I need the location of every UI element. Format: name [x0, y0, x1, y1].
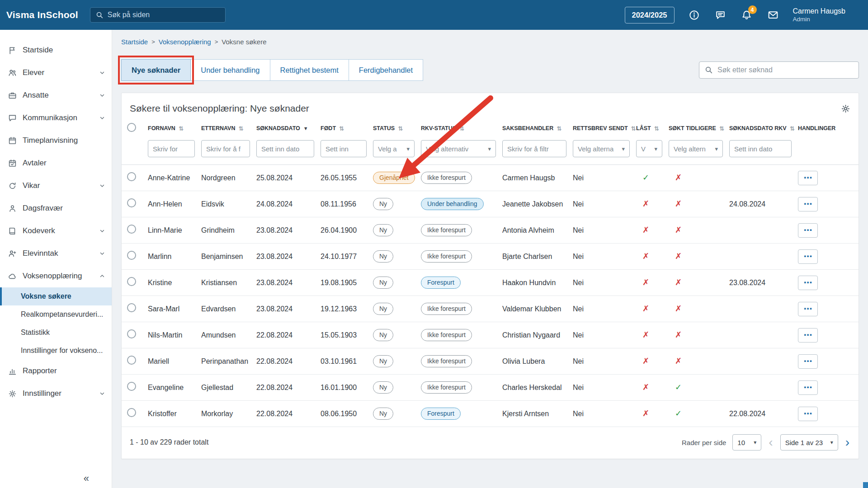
- row-checkbox[interactable]: [127, 329, 136, 338]
- column-header-fornavn[interactable]: FORNAVN⇅: [148, 125, 201, 132]
- filter-sokt-tidligere-select[interactable]: Velg altern▾: [669, 140, 723, 157]
- column-header-soknadsdato-rkv[interactable]: SØKNADSDATO RKV⇅: [729, 125, 798, 132]
- filter-soknadsdato-input[interactable]: [256, 140, 314, 157]
- tab-nye-soknader[interactable]: Nye søknader: [121, 59, 191, 81]
- sidebar-item-voksenopplaering[interactable]: Voksenopplæring: [0, 265, 112, 287]
- filter-status-select[interactable]: Velg a▾: [373, 140, 415, 157]
- cell-sokt-tidligere: ✗: [669, 356, 729, 366]
- tab-ferdigbehandlet[interactable]: Ferdigbehandlet: [349, 59, 423, 81]
- sidebar-item-startside[interactable]: Startside: [0, 39, 112, 61]
- filter-fornavn-input[interactable]: [148, 140, 195, 157]
- cell-sokt-tidligere: ✗: [669, 199, 729, 209]
- cell-sokt-tidligere: ✗: [669, 251, 729, 262]
- sidebar-collapse-button[interactable]: «: [84, 473, 89, 484]
- breadcrumb-link-startside[interactable]: Startside: [121, 38, 148, 46]
- row-actions-button[interactable]: ⋯: [798, 302, 818, 316]
- column-header-soknadsdato[interactable]: SØKNADSDATO▼: [256, 125, 321, 131]
- info-icon[interactable]: [688, 9, 701, 21]
- filter-etternavn-input[interactable]: [201, 140, 250, 157]
- sidebar-item-statistikk[interactable]: Statistikk: [0, 324, 112, 342]
- mail-icon[interactable]: [767, 9, 779, 21]
- tab-rettighet-bestemt[interactable]: Rettighet bestemt: [270, 59, 349, 81]
- cell-saksbehandler: Christian Nygaard: [502, 331, 573, 340]
- topbar: Visma InSchool 2024/2025 4 Carmen Haugsb…: [0, 0, 868, 30]
- sidebar-item-realkompetansevurdering[interactable]: Realkompetansevurderi...: [0, 305, 112, 324]
- column-header-saksbehandler[interactable]: SAKSBEHANDLER⇅: [502, 125, 573, 132]
- row-checkbox[interactable]: [127, 225, 136, 234]
- table-settings-gear-icon[interactable]: [841, 104, 850, 113]
- breadcrumb-link-voksenopplaering[interactable]: Voksenopplæring: [159, 38, 211, 46]
- cell-rkv-status: Ikke forespurt: [421, 224, 502, 237]
- sidebar-item-vikar[interactable]: Vikar: [0, 174, 112, 197]
- sidebar-item-elever[interactable]: Elever: [0, 61, 112, 84]
- sidebar-item-kodeverk[interactable]: Kodeverk: [0, 220, 112, 242]
- cell-rkv-status: Forespurt: [421, 408, 502, 420]
- filter-rkv-status-select[interactable]: Velg alternativ▾: [421, 140, 496, 157]
- column-header-status[interactable]: STATUS⇅: [373, 125, 421, 132]
- dropdown-icon: ▾: [830, 439, 833, 446]
- row-checkbox[interactable]: [127, 408, 136, 417]
- rows-per-page-select[interactable]: 10 ▾: [732, 434, 761, 450]
- school-year-button[interactable]: 2024/2025: [625, 7, 675, 23]
- row-actions-button[interactable]: ⋯: [798, 276, 818, 290]
- global-search[interactable]: [90, 7, 226, 23]
- filter-last-select[interactable]: V▾: [636, 140, 662, 157]
- row-checkbox[interactable]: [127, 198, 136, 207]
- row-actions-button[interactable]: ⋯: [798, 249, 818, 264]
- row-checkbox[interactable]: [127, 356, 136, 365]
- application-search-input[interactable]: [717, 66, 853, 74]
- user-menu[interactable]: Carmen Haugsb Admin: [793, 7, 858, 23]
- sidebar-item-kommunikasjon[interactable]: Kommunikasjon: [0, 107, 112, 129]
- sidebar-item-rapporter[interactable]: Rapporter: [0, 360, 112, 382]
- previous-page-button[interactable]: ‹: [768, 436, 774, 449]
- row-checkbox[interactable]: [127, 172, 136, 181]
- row-actions-button[interactable]: ⋯: [798, 171, 818, 185]
- sidebar-item-timeplanvisning[interactable]: Timeplanvisning: [0, 129, 112, 152]
- filter-saksbehandler-input[interactable]: [502, 140, 566, 157]
- sidebar-item-innstillinger[interactable]: Innstillinger: [0, 382, 112, 405]
- row-checkbox[interactable]: [127, 251, 136, 260]
- row-checkbox[interactable]: [127, 277, 136, 286]
- column-header-rkv-status[interactable]: RKV-STATUS⇅: [421, 125, 502, 132]
- application-search[interactable]: [699, 61, 859, 79]
- column-header-fodt[interactable]: FØDT⇅: [321, 125, 373, 132]
- column-header-last[interactable]: LÅST⇅: [636, 125, 669, 132]
- status-badge: Ny: [373, 303, 393, 315]
- applied-before-mark: ✗: [669, 304, 682, 313]
- row-actions-button[interactable]: ⋯: [798, 197, 818, 211]
- row-actions-button[interactable]: ⋯: [798, 380, 818, 395]
- row-actions-button[interactable]: ⋯: [798, 354, 818, 369]
- sidebar-item-avtaler[interactable]: Avtaler: [0, 152, 112, 174]
- row-actions-button[interactable]: ⋯: [798, 328, 818, 343]
- cell-last: ✗: [636, 199, 669, 209]
- page-select[interactable]: Side 1 av 23 ▾: [780, 434, 838, 450]
- cell-fodt: 26.05.1955: [321, 174, 373, 183]
- row-checkbox[interactable]: [127, 382, 136, 391]
- filter-soknadsdato-rkv-input[interactable]: [729, 140, 792, 157]
- sidebar-item-innstillinger-voksenopplaering[interactable]: Innstillinger for vokseno...: [0, 342, 112, 360]
- column-header-rettsbrev-sendt[interactable]: RETTSBREV SENDT⇅: [573, 125, 636, 132]
- sidebar-item-ansatte[interactable]: Ansatte: [0, 84, 112, 107]
- row-actions-button[interactable]: ⋯: [798, 407, 818, 421]
- locked-mark: ✗: [636, 330, 649, 339]
- select-all-checkbox[interactable]: [127, 123, 136, 132]
- column-header-etternavn[interactable]: ETTERNAVN⇅: [201, 125, 256, 132]
- cell-handlinger: ⋯: [798, 249, 859, 264]
- next-page-button[interactable]: ›: [844, 436, 850, 449]
- sidebar-item-dagsfravaer[interactable]: Dagsfravær: [0, 197, 112, 220]
- row-checkbox[interactable]: [127, 303, 136, 312]
- column-header-sokt-tidligere[interactable]: SØKT TIDLIGERE⇅: [669, 125, 729, 132]
- sidebar-item-voksne-sokere[interactable]: Voksne søkere: [0, 287, 112, 305]
- cell-etternavn: Morkorlay: [201, 409, 256, 418]
- messages-icon[interactable]: [714, 9, 727, 21]
- app-logo[interactable]: Visma InSchool: [6, 9, 78, 20]
- tab-under-behandling[interactable]: Under behandling: [190, 59, 270, 81]
- global-search-input[interactable]: [108, 11, 220, 19]
- scrollbar-corner: [863, 482, 868, 488]
- notifications-bell-icon[interactable]: 4: [741, 9, 753, 21]
- filter-fodt-input[interactable]: [321, 140, 367, 157]
- sidebar-item-elevinntak[interactable]: Elevinntak: [0, 242, 112, 265]
- search-icon: [705, 66, 713, 74]
- row-actions-button[interactable]: ⋯: [798, 223, 818, 238]
- filter-rettsbrev-select[interactable]: Velg alterna▾: [573, 140, 630, 157]
